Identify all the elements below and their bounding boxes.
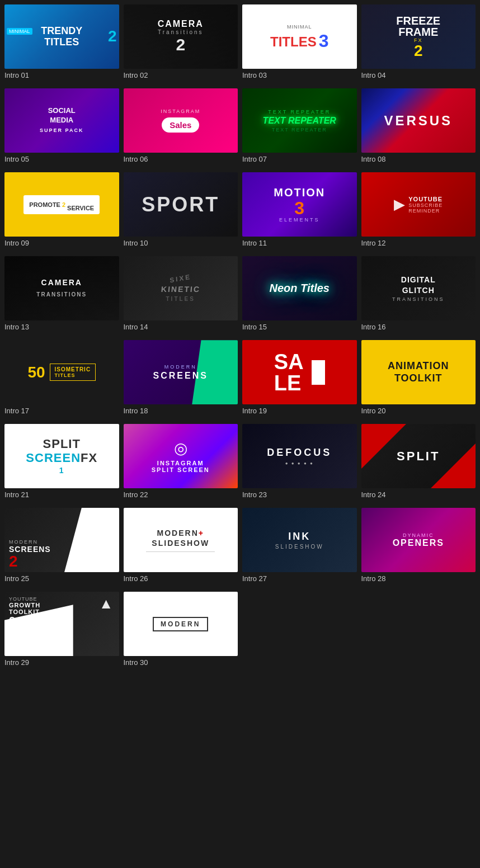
list-item[interactable]: ◎ InstagramSplit Screen Intro 22 <box>124 424 238 503</box>
list-item[interactable]: SOCIALMEDIASUPER PACK Intro 05 <box>4 88 119 168</box>
list-item[interactable]: SIXE KINETIC TITLES Intro 14 <box>124 256 238 336</box>
thumbnail-14[interactable]: SIXE KINETIC TITLES <box>124 256 238 320</box>
thumbnail-29[interactable]: ▲ YouTube GrowthToolkit 2 <box>4 592 119 656</box>
thumbnail-03[interactable]: MINIMAL Titles 3 <box>242 4 357 69</box>
thumbnail-24[interactable]: SPLIT <box>361 424 476 488</box>
label-25: Intro 25 <box>4 572 119 587</box>
thumbnail-08[interactable]: VERSUS <box>361 88 476 153</box>
list-item[interactable]: MODERN SCREENS Intro 18 <box>124 340 238 419</box>
title-01: TrendyTitles <box>41 26 82 48</box>
list-item[interactable]: Camera Transitions 2 Intro 02 <box>124 4 238 84</box>
list-item[interactable]: Text Repeater TEXT REPEATER Text Repeate… <box>242 88 357 168</box>
intro-grid: MINIMAL TrendyTitles 2 Intro 01 Camera T… <box>0 0 480 676</box>
list-item[interactable]: SALE Intro 19 <box>242 340 357 419</box>
label-15: Intro 15 <box>242 320 357 336</box>
list-item[interactable]: MODERN+SLIDESHOW Intro 26 <box>124 508 238 587</box>
thumbnail-23[interactable]: DEFOCUS ● ● ● ● ● <box>242 424 357 488</box>
label-10: Intro 10 <box>124 237 238 252</box>
list-item[interactable]: MINIMAL Titles 3 Intro 03 <box>242 4 357 84</box>
list-item[interactable]: Instagram Sales Intro 06 <box>124 88 238 168</box>
num-01: 2 <box>108 27 117 45</box>
label-19: Intro 19 <box>242 404 357 419</box>
list-item[interactable]: SPLITSCREENFX 1 Intro 21 <box>4 424 119 503</box>
list-item[interactable]: SPORT Intro 10 <box>124 172 238 252</box>
thumbnail-01[interactable]: MINIMAL TrendyTitles 2 <box>4 4 119 69</box>
list-item[interactable]: DYNAMIC OPENERS Intro 28 <box>361 508 476 587</box>
label-01: Intro 01 <box>4 69 119 84</box>
label-13: Intro 13 <box>4 320 119 336</box>
list-item[interactable]: ANIMATIONTOOLKIT Intro 20 <box>361 340 476 419</box>
label-27: Intro 27 <box>242 572 357 587</box>
list-item[interactable]: PROMOTE2SERVICE Intro 09 <box>4 172 119 252</box>
list-item[interactable]: INK SLIDESHOW Intro 27 <box>242 508 357 587</box>
thumbnail-25[interactable]: MODERN SCREENS 2 <box>4 508 119 572</box>
thumbnail-15[interactable]: Neon Titles <box>242 256 357 320</box>
thumbnail-04[interactable]: FREEZEFRAME FX 2 <box>361 4 476 69</box>
thumbnail-26[interactable]: MODERN+SLIDESHOW <box>124 508 238 572</box>
label-21: Intro 21 <box>4 488 119 503</box>
label-07: Intro 07 <box>242 153 357 168</box>
thumbnail-05[interactable]: SOCIALMEDIASUPER PACK <box>4 88 119 153</box>
label-06: Intro 06 <box>124 153 238 168</box>
label-02: Intro 02 <box>124 69 238 84</box>
label-08: Intro 08 <box>361 153 476 168</box>
label-17: Intro 17 <box>4 404 119 419</box>
label-04: Intro 04 <box>361 69 476 84</box>
thumbnail-17[interactable]: 50 ISOMETRIC TITLES <box>4 340 119 404</box>
list-item[interactable]: FREEZEFRAME FX 2 Intro 04 <box>361 4 476 84</box>
thumbnail-12[interactable]: ▶ YouTube SubscribeReminder <box>361 172 476 237</box>
label-18: Intro 18 <box>124 404 238 419</box>
label-05: Intro 05 <box>4 153 119 168</box>
label-16: Intro 16 <box>361 320 476 336</box>
thumbnail-07[interactable]: Text Repeater TEXT REPEATER Text Repeate… <box>242 88 357 153</box>
label-20: Intro 20 <box>361 404 476 419</box>
thumbnail-16[interactable]: DIGITALGLITCH Transitions <box>361 256 476 320</box>
thumbnail-27[interactable]: INK SLIDESHOW <box>242 508 357 572</box>
thumbnail-06[interactable]: Instagram Sales <box>124 88 238 153</box>
list-item[interactable]: MINIMAL TrendyTitles 2 Intro 01 <box>4 4 119 84</box>
list-item[interactable]: DIGITALGLITCH Transitions Intro 16 <box>361 256 476 336</box>
list-item[interactable]: MODERN Intro 30 <box>124 592 238 671</box>
list-item[interactable]: Neon Titles Intro 15 <box>242 256 357 336</box>
label-26: Intro 26 <box>124 572 238 587</box>
label-29: Intro 29 <box>4 656 119 671</box>
thumbnail-02[interactable]: Camera Transitions 2 <box>124 4 238 69</box>
thumbnail-11[interactable]: MOTION 3 Elements <box>242 172 357 237</box>
thumbnail-19[interactable]: SALE <box>242 340 357 404</box>
thumbnail-18[interactable]: MODERN SCREENS <box>124 340 238 404</box>
thumbnail-10[interactable]: SPORT <box>124 172 238 237</box>
list-item[interactable]: ▲ YouTube GrowthToolkit 2 Intro 29 <box>4 592 119 671</box>
label-24: Intro 24 <box>361 488 476 503</box>
label-23: Intro 23 <box>242 488 357 503</box>
label-30: Intro 30 <box>124 656 238 671</box>
list-item[interactable]: DEFOCUS ● ● ● ● ● Intro 23 <box>242 424 357 503</box>
list-item[interactable]: CAMERATRANSITIONS Intro 13 <box>4 256 119 336</box>
label-11: Intro 11 <box>242 237 357 252</box>
label-09: Intro 09 <box>4 237 119 252</box>
thumbnail-09[interactable]: PROMOTE2SERVICE <box>4 172 119 237</box>
label-12: Intro 12 <box>361 237 476 252</box>
badge-01: MINIMAL <box>7 28 32 35</box>
list-item[interactable]: 50 ISOMETRIC TITLES Intro 17 <box>4 340 119 419</box>
title-02: Camera <box>158 19 204 29</box>
list-item[interactable]: VERSUS Intro 08 <box>361 88 476 168</box>
thumbnail-21[interactable]: SPLITSCREENFX 1 <box>4 424 119 488</box>
list-item[interactable]: SPLIT Intro 24 <box>361 424 476 503</box>
thumbnail-20[interactable]: ANIMATIONTOOLKIT <box>361 340 476 404</box>
label-14: Intro 14 <box>124 320 238 336</box>
list-item[interactable]: MOTION 3 Elements Intro 11 <box>242 172 357 252</box>
label-28: Intro 28 <box>361 572 476 587</box>
thumbnail-13[interactable]: CAMERATRANSITIONS <box>4 256 119 320</box>
thumbnail-22[interactable]: ◎ InstagramSplit Screen <box>124 424 238 488</box>
list-item[interactable]: MODERN SCREENS 2 Intro 25 <box>4 508 119 587</box>
list-item[interactable]: ▶ YouTube SubscribeReminder Intro 12 <box>361 172 476 252</box>
thumbnail-28[interactable]: DYNAMIC OPENERS <box>361 508 476 572</box>
label-22: Intro 22 <box>124 488 238 503</box>
thumbnail-30[interactable]: MODERN <box>124 592 238 656</box>
label-03: Intro 03 <box>242 69 357 84</box>
